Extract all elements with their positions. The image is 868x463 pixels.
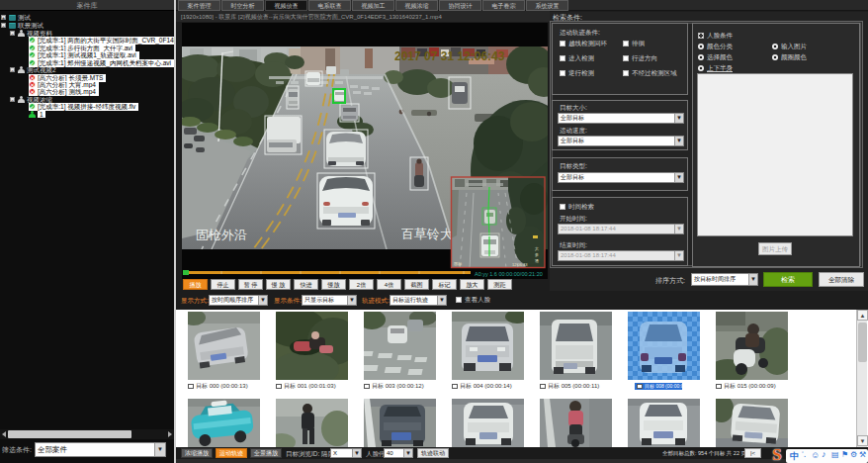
- svg-text:2017 07 31 12:06:43: 2017 07 31 12:06:43: [394, 49, 505, 63]
- svg-text:A0:yy 1.6 00:00:00/00:21:20: A0:yy 1.6 00:00:00/00:21:20: [475, 271, 543, 277]
- svg-text:通: 通: [535, 258, 539, 263]
- svg-text:固枪外沿: 固枪外沿: [196, 228, 247, 242]
- svg-text:12:06:43: 12:06:43: [512, 262, 528, 267]
- svg-text:大: 大: [535, 246, 539, 251]
- svg-text:多: 多: [535, 252, 539, 257]
- svg-text:百草铃大: 百草铃大: [401, 227, 453, 241]
